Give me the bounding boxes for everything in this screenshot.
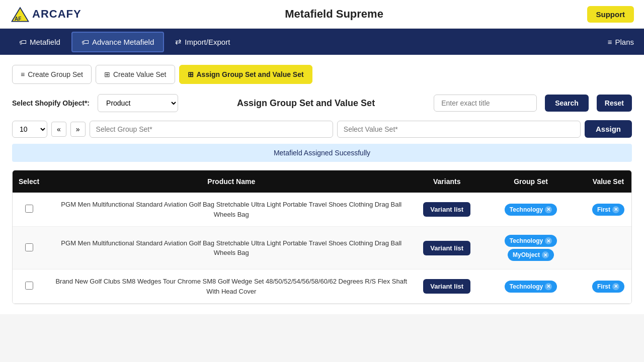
variants-cell: Variant list bbox=[417, 193, 476, 227]
prev-arrow-icon: « bbox=[57, 125, 61, 133]
prev-page-button[interactable]: « bbox=[51, 122, 66, 137]
group-set-badge: Technology ✕ bbox=[505, 204, 557, 216]
next-page-button[interactable]: » bbox=[70, 122, 86, 137]
tag-icon: 🏷 bbox=[19, 38, 27, 46]
group-set-cell: Technology ✕ bbox=[476, 193, 585, 227]
table-row: PGM Men Multifunctional Standard Aviatio… bbox=[13, 193, 631, 227]
nav-item-import-export[interactable]: ⇄ Import/Export bbox=[166, 32, 239, 51]
reset-button[interactable]: Reset bbox=[597, 95, 632, 112]
products-table: Select Product Name Variants Group Set V… bbox=[13, 170, 631, 304]
logo-text: ARCAFY bbox=[32, 8, 82, 21]
col-group-set: Group Set bbox=[476, 170, 585, 193]
tabs-row: ≡ Create Group Set ⊞ Create Value Set ⊞ … bbox=[12, 65, 632, 84]
group-set-badge: MyObject ✕ bbox=[508, 249, 554, 261]
row-checkbox[interactable] bbox=[25, 243, 33, 251]
remove-value-set-icon[interactable]: ✕ bbox=[612, 283, 619, 290]
nav-plans-label: Plans bbox=[615, 38, 634, 46]
row-checkbox-cell bbox=[13, 269, 45, 304]
nav-bar: 🏷 Metafield 🏷 Advance Metafield ⇄ Import… bbox=[0, 29, 644, 55]
row-checkbox-cell bbox=[13, 227, 45, 269]
svg-text:AF: AF bbox=[15, 16, 21, 22]
search-title-input[interactable] bbox=[434, 95, 537, 112]
row-checkbox-cell bbox=[13, 193, 45, 227]
product-name-cell: PGM Men Multifunctional Standard Aviatio… bbox=[45, 227, 417, 269]
table-row: Brand New Golf Clubs SM8 Wedges Tour Chr… bbox=[13, 269, 631, 304]
value-set-cell bbox=[585, 227, 631, 269]
logo: AF ARCAFY bbox=[10, 4, 82, 24]
row-checkbox[interactable] bbox=[25, 205, 33, 213]
arcafy-logo-icon: AF bbox=[10, 4, 30, 24]
nav-plans[interactable]: ≡ Plans bbox=[608, 38, 634, 46]
col-value-set: Value Set bbox=[585, 170, 631, 193]
support-button[interactable]: Support bbox=[587, 6, 634, 23]
value-set-badge: First ✕ bbox=[592, 281, 624, 293]
col-select: Select bbox=[13, 170, 45, 193]
app-title: Metafield Supreme bbox=[285, 8, 383, 21]
group-set-badge: Technology ✕ bbox=[505, 281, 557, 293]
col-variants: Variants bbox=[417, 170, 476, 193]
value-set-cell: First ✕ bbox=[585, 193, 631, 227]
remove-group-set-icon[interactable]: ✕ bbox=[545, 283, 552, 290]
group-set-cell: Technology ✕MyObject ✕ bbox=[476, 227, 585, 269]
remove-group-set-icon[interactable]: ✕ bbox=[545, 237, 552, 244]
arrow-exchange-icon: ⇄ bbox=[175, 37, 182, 46]
assign-section-title: Assign Group Set and Value Set bbox=[186, 98, 426, 109]
col-product-name: Product Name bbox=[45, 170, 417, 193]
tab-assign-group-value-set[interactable]: ⊞ Assign Group Set and Value Set bbox=[179, 65, 312, 84]
controls-row: 10 25 50 100 « » Assign bbox=[12, 120, 632, 138]
group-set-badge: Technology ✕ bbox=[505, 235, 557, 247]
assign-header-row: Select Shopify Object*: Product Collecti… bbox=[12, 94, 632, 112]
table-row: PGM Men Multifunctional Standard Aviatio… bbox=[13, 227, 631, 269]
assign-button[interactable]: Assign bbox=[585, 120, 632, 138]
variant-list-button[interactable]: Variant list bbox=[423, 279, 470, 294]
assign-tab-icon: ⊞ bbox=[188, 70, 194, 78]
shopify-object-select[interactable]: Product Collection Order Customer bbox=[98, 94, 178, 112]
nav-item-metafield[interactable]: 🏷 Metafield bbox=[10, 33, 69, 51]
list-tab-icon: ≡ bbox=[21, 70, 25, 78]
product-name-cell: Brand New Golf Clubs SM8 Wedges Tour Chr… bbox=[45, 269, 417, 304]
remove-group-set-icon[interactable]: ✕ bbox=[542, 251, 549, 258]
grid-tab-icon: ⊞ bbox=[104, 70, 110, 78]
variants-cell: Variant list bbox=[417, 269, 476, 304]
next-arrow-icon: » bbox=[76, 125, 80, 133]
value-set-cell: First ✕ bbox=[585, 269, 631, 304]
success-message-text: Metafield Assigned Sucessfully bbox=[274, 149, 370, 157]
tab-create-group-set-label: Create Group Set bbox=[28, 70, 83, 78]
value-set-input[interactable] bbox=[337, 121, 581, 138]
main-content: ≡ Create Group Set ⊞ Create Value Set ⊞ … bbox=[0, 55, 644, 314]
nav-label-metafield: Metafield bbox=[30, 38, 60, 46]
top-bar: AF ARCAFY Metafield Supreme Support bbox=[0, 0, 644, 29]
group-set-input[interactable] bbox=[90, 121, 333, 138]
nav-item-advance-metafield[interactable]: 🏷 Advance Metafield bbox=[71, 32, 164, 52]
select-object-label: Select Shopify Object*: bbox=[12, 99, 90, 107]
tab-create-group-set[interactable]: ≡ Create Group Set bbox=[12, 65, 92, 84]
tab-assign-label: Assign Group Set and Value Set bbox=[197, 70, 304, 78]
per-page-select[interactable]: 10 25 50 100 bbox=[12, 121, 47, 138]
product-name-cell: PGM Men Multifunctional Standard Aviatio… bbox=[45, 193, 417, 227]
tab-create-value-set[interactable]: ⊞ Create Value Set bbox=[96, 65, 175, 84]
search-button[interactable]: Search bbox=[545, 95, 589, 112]
variants-cell: Variant list bbox=[417, 227, 476, 269]
remove-group-set-icon[interactable]: ✕ bbox=[545, 206, 552, 213]
success-banner: Metafield Assigned Sucessfully bbox=[12, 144, 632, 162]
nav-label-import-export: Import/Export bbox=[185, 38, 230, 46]
products-table-wrap: Select Product Name Variants Group Set V… bbox=[12, 170, 632, 304]
tab-create-value-set-label: Create Value Set bbox=[113, 70, 167, 78]
group-set-cell: Technology ✕ bbox=[476, 269, 585, 304]
variant-list-button[interactable]: Variant list bbox=[423, 241, 470, 255]
tag-double-icon: 🏷 bbox=[82, 38, 89, 46]
variant-list-button[interactable]: Variant list bbox=[423, 202, 470, 217]
table-header-row: Select Product Name Variants Group Set V… bbox=[13, 170, 631, 193]
value-set-badge: First ✕ bbox=[592, 204, 624, 216]
row-checkbox[interactable] bbox=[25, 282, 33, 290]
list-icon: ≡ bbox=[608, 38, 612, 46]
nav-label-advance-metafield: Advance Metafield bbox=[92, 38, 154, 46]
remove-value-set-icon[interactable]: ✕ bbox=[612, 206, 619, 213]
